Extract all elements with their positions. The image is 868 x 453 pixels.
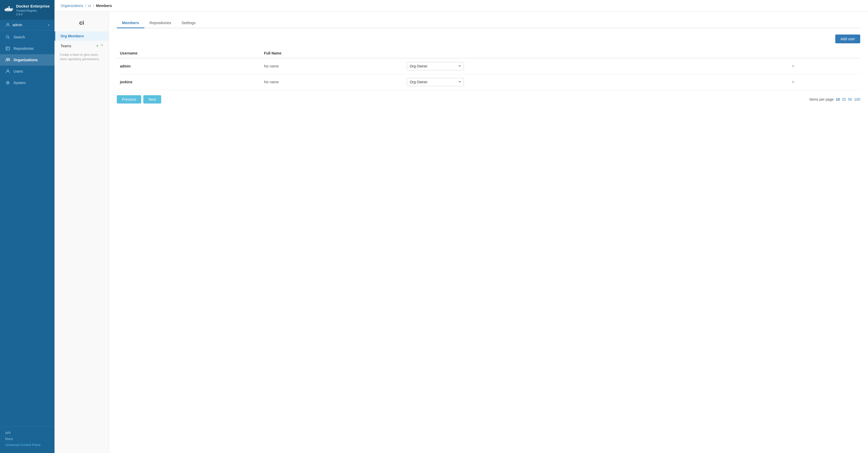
- items-10[interactable]: 10: [836, 97, 840, 101]
- items-25[interactable]: 25: [842, 97, 846, 101]
- breadcrumb-sep-1: /: [85, 4, 87, 8]
- sec-nav-org-members[interactable]: Org Members: [55, 31, 109, 41]
- role-select-jenkins[interactable]: Org OwnerMember: [407, 78, 464, 86]
- content-area: ci Org Members Teams + ✎ Create a team t…: [55, 12, 868, 453]
- secondary-sidebar: ci Org Members Teams + ✎ Create a team t…: [55, 12, 109, 453]
- app-title: Docker Enterprise: [16, 4, 50, 9]
- teams-label: Teams: [60, 44, 71, 48]
- system-label: System: [13, 81, 26, 85]
- user-menu[interactable]: admin ▾: [0, 20, 55, 30]
- org-members-label: Org Members: [60, 34, 84, 38]
- org-name: ci: [55, 17, 109, 31]
- cell-username: admin: [117, 58, 261, 74]
- items-per-page: Items per page 10 25 50 100: [810, 97, 860, 101]
- svg-rect-5: [8, 6, 10, 8]
- sidebar-footer: API Docs Universal Control Plane: [0, 426, 55, 453]
- remove-button-admin[interactable]: ×: [790, 63, 796, 69]
- system-icon: [5, 80, 10, 85]
- tab-settings[interactable]: Settings: [176, 18, 200, 28]
- svg-point-10: [6, 58, 8, 60]
- tab-members[interactable]: Members: [117, 18, 144, 28]
- app-header: Docker Enterprise Trusted Registry 2.6.0: [0, 0, 55, 20]
- table-row: jenkinsNo nameOrg OwnerMember×: [117, 74, 860, 90]
- sidebar-item-search[interactable]: Search: [0, 31, 55, 43]
- teams-hint: Create a team to give users more reposit…: [55, 51, 109, 64]
- breadcrumb-organizations[interactable]: Organizations: [61, 4, 83, 8]
- add-team-icon[interactable]: +: [96, 43, 99, 48]
- search-icon: [5, 34, 10, 40]
- app-subtitle: Trusted Registry 2.6.0: [16, 9, 50, 17]
- users-icon: [5, 69, 10, 74]
- sidebar-item-repositories[interactable]: Repositories: [0, 43, 55, 54]
- table-row: adminNo nameOrg OwnerMember×: [117, 58, 860, 74]
- tabs: Members Repositories Settings: [117, 18, 860, 28]
- pagination-buttons: Previous Next: [117, 95, 161, 103]
- items-100[interactable]: 100: [854, 97, 860, 101]
- col-username: Username: [117, 48, 261, 58]
- organizations-icon: [5, 57, 10, 63]
- main-content: Organizations / ci / Members ci Org Memb…: [55, 0, 868, 453]
- ucp-link[interactable]: Universal Control Plane: [5, 443, 49, 447]
- organizations-label: Organizations: [13, 58, 38, 62]
- svg-point-13: [7, 82, 8, 84]
- next-button[interactable]: Next: [143, 95, 161, 103]
- svg-point-11: [8, 58, 10, 60]
- edit-team-icon[interactable]: ✎: [100, 43, 103, 48]
- main-nav: Search Repositories Organizations Users …: [0, 30, 55, 426]
- sidebar-item-system[interactable]: System: [0, 77, 55, 89]
- previous-button[interactable]: Previous: [117, 95, 141, 103]
- pagination: Previous Next Items per page 10 25 50 10…: [117, 95, 860, 103]
- table-header: Add user: [117, 34, 860, 43]
- members-table: Username Full Name adminNo nameOrg Owner…: [117, 48, 860, 90]
- role-select-admin[interactable]: Org OwnerMember: [407, 62, 464, 70]
- cell-role: Org OwnerMember: [404, 58, 787, 74]
- col-fullname: Full Name: [261, 48, 404, 58]
- tab-repositories[interactable]: Repositories: [144, 18, 176, 28]
- cell-fullname: No name: [261, 74, 404, 90]
- cell-role: Org OwnerMember: [404, 74, 787, 90]
- items-per-page-label: Items per page: [810, 97, 834, 101]
- repositories-icon: [5, 46, 10, 51]
- search-label: Search: [13, 35, 25, 39]
- api-link[interactable]: API: [5, 431, 49, 435]
- remove-button-jenkins[interactable]: ×: [790, 79, 796, 85]
- topbar: Organizations / ci / Members: [55, 0, 868, 12]
- page-content: Members Repositories Settings Add user U…: [109, 12, 868, 453]
- svg-rect-9: [6, 47, 10, 50]
- sidebar: Docker Enterprise Trusted Registry 2.6.0…: [0, 0, 55, 453]
- repositories-label: Repositories: [13, 46, 34, 51]
- cell-remove: ×: [787, 74, 860, 90]
- breadcrumb: Organizations / ci / Members: [61, 4, 862, 8]
- cell-username: jenkins: [117, 74, 261, 90]
- docs-link[interactable]: Docs: [5, 437, 49, 441]
- sec-nav-teams[interactable]: Teams + ✎: [55, 41, 109, 51]
- breadcrumb-sep-2: /: [93, 4, 95, 8]
- sidebar-item-users[interactable]: Users: [0, 66, 55, 77]
- user-icon: [5, 22, 10, 28]
- chevron-down-icon: ▾: [48, 24, 49, 27]
- sidebar-item-organizations[interactable]: Organizations: [0, 54, 55, 66]
- cell-fullname: No name: [261, 58, 404, 74]
- breadcrumb-ci[interactable]: ci: [88, 4, 91, 8]
- docker-logo-icon: [4, 5, 13, 14]
- users-label: Users: [13, 69, 23, 73]
- cell-remove: ×: [787, 58, 860, 74]
- breadcrumb-current: Members: [96, 4, 112, 8]
- add-user-button[interactable]: Add user: [835, 34, 860, 43]
- items-50[interactable]: 50: [848, 97, 852, 101]
- user-name: admin: [12, 23, 46, 27]
